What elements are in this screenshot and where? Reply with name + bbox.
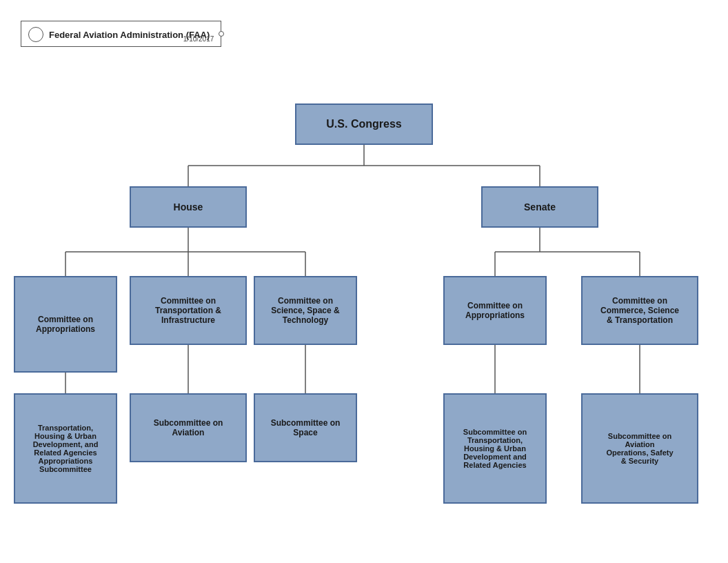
node-house-aviation: Subcommittee on Aviation xyxy=(130,393,247,462)
header-box: Federal Aviation Administration (FAA) 1/… xyxy=(21,21,221,47)
node-house-transportation: Committee on Transportation & Infrastruc… xyxy=(130,276,247,345)
node-senate-aviation: Subcommittee on Aviation Operations, Saf… xyxy=(581,393,698,504)
node-house-thud: Transportation, Housing & Urban Developm… xyxy=(14,393,117,504)
node-senate-commerce: Committee on Commerce, Science & Transpo… xyxy=(581,276,698,345)
node-house-space: Subcommittee on Space xyxy=(254,393,357,462)
node-senate: Senate xyxy=(481,186,598,228)
header-dot-icon xyxy=(219,31,224,37)
node-house-appropriations: Committee on Appropriations xyxy=(14,276,117,373)
node-house-science: Committee on Science, Space & Technology xyxy=(254,276,357,345)
header-date: 1/10/2017 xyxy=(183,35,214,43)
node-senate-thud: Subcommittee on Transportation, Housing … xyxy=(443,393,547,504)
node-senate-appropriations: Committee on Appropriations xyxy=(443,276,547,345)
node-house: House xyxy=(130,186,247,228)
header-circle-icon xyxy=(28,27,43,42)
node-congress: U.S. Congress xyxy=(295,103,433,145)
